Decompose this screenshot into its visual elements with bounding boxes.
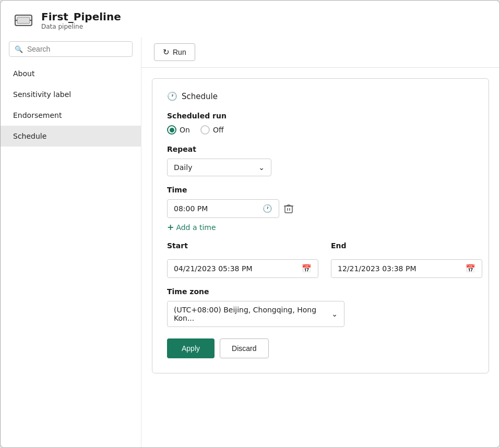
plus-icon: + <box>167 222 174 232</box>
search-box[interactable]: 🔍 <box>9 41 133 57</box>
action-buttons: Apply Discard <box>167 338 474 358</box>
repeat-label: Repeat <box>167 145 474 153</box>
radio-off-circle <box>200 125 210 135</box>
timezone-label: Time zone <box>167 287 474 296</box>
start-field: Start 04/21/2023 05:38 PM 📅 <box>167 241 318 278</box>
svg-rect-1 <box>17 17 30 23</box>
timezone-group: Time zone (UTC+08:00) Beijing, Chongqing… <box>167 287 474 327</box>
repeat-select[interactable]: Daily ⌄ <box>167 159 271 176</box>
calendar-start-icon: 📅 <box>302 264 312 273</box>
clock-icon: 🕐 <box>167 91 177 101</box>
scheduled-run-label: Scheduled run <box>167 112 474 120</box>
run-button[interactable]: ↻ Run <box>154 43 195 61</box>
header: First_Pipeline Data pipeline <box>1 1 499 37</box>
apply-button[interactable]: Apply <box>167 338 215 358</box>
run-icon: ↻ <box>163 47 170 57</box>
sidebar-item-schedule[interactable]: Schedule <box>1 126 141 147</box>
time-row: 08:00 PM 🕐 <box>167 199 474 218</box>
calendar-end-icon: 📅 <box>466 264 475 273</box>
schedule-panel: 🕐 Schedule Scheduled run On Off <box>152 78 489 373</box>
end-label: End <box>331 241 482 250</box>
start-label: Start <box>167 241 318 250</box>
pipeline-icon <box>13 10 34 31</box>
chevron-down-tz-icon: ⌄ <box>331 310 338 318</box>
clock-input-icon: 🕐 <box>263 204 272 213</box>
time-group: Time 08:00 PM 🕐 <box>167 186 474 232</box>
content-area: ↻ Run 🕐 Schedule Scheduled run On <box>141 37 499 447</box>
radio-on-circle <box>167 125 176 135</box>
time-label: Time <box>167 186 474 194</box>
add-time-link[interactable]: + Add a time <box>167 222 474 232</box>
scheduled-run-group: Scheduled run On Off <box>167 112 474 135</box>
app-subtitle: Data pipeline <box>41 23 121 30</box>
search-icon: 🔍 <box>15 45 23 53</box>
run-radio-group: On Off <box>167 125 474 135</box>
repeat-group: Repeat Daily ⌄ <box>167 145 474 176</box>
radio-off[interactable]: Off <box>200 125 224 135</box>
chevron-down-icon: ⌄ <box>258 163 265 172</box>
app-title: First_Pipeline <box>41 10 121 23</box>
sidebar: 🔍 About Sensitivity label Endorsement Sc… <box>1 37 141 447</box>
date-row: Start 04/21/2023 05:38 PM 📅 End 12/21/20… <box>167 241 474 278</box>
sidebar-item-about[interactable]: About <box>1 63 141 84</box>
app-window: First_Pipeline Data pipeline 🔍 About Sen… <box>0 0 500 448</box>
delete-time-button[interactable] <box>283 203 294 214</box>
panel-title: 🕐 Schedule <box>167 91 474 101</box>
time-input[interactable]: 08:00 PM 🕐 <box>167 199 279 218</box>
sidebar-item-endorsement[interactable]: Endorsement <box>1 105 141 126</box>
toolbar: ↻ Run <box>141 37 499 68</box>
search-input[interactable] <box>27 45 127 53</box>
discard-button[interactable]: Discard <box>220 338 268 358</box>
radio-on[interactable]: On <box>167 125 190 135</box>
end-field: End 12/21/2023 03:38 PM 📅 <box>331 241 482 278</box>
svg-rect-4 <box>285 206 292 213</box>
sidebar-item-sensitivity[interactable]: Sensitivity label <box>1 84 141 105</box>
header-text: First_Pipeline Data pipeline <box>41 10 121 30</box>
main-layout: 🔍 About Sensitivity label Endorsement Sc… <box>1 37 499 447</box>
end-input[interactable]: 12/21/2023 03:38 PM 📅 <box>331 259 482 278</box>
start-input[interactable]: 04/21/2023 05:38 PM 📅 <box>167 259 318 278</box>
timezone-select[interactable]: (UTC+08:00) Beijing, Chongqing, Hong Kon… <box>167 301 344 327</box>
